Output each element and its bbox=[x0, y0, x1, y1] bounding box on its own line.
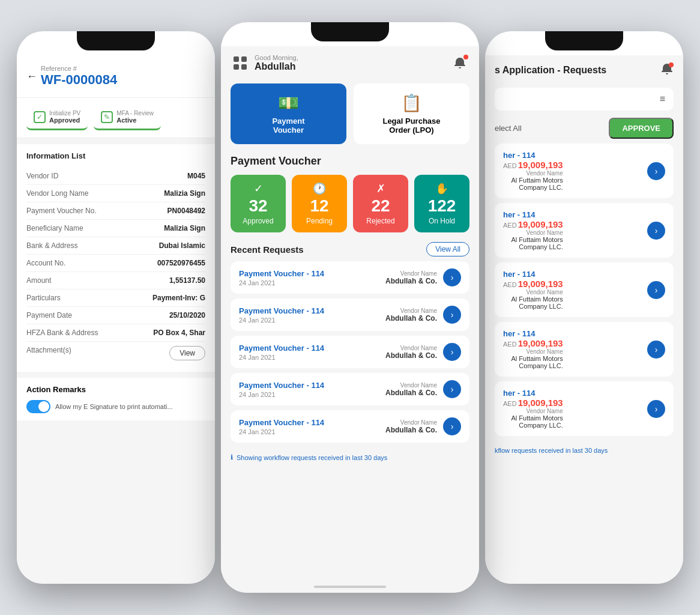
right-vendor-label-1: Vendor Name bbox=[503, 170, 563, 177]
chevron-right-icon-1[interactable]: › bbox=[443, 268, 461, 286]
info-key: Particulars bbox=[26, 294, 61, 302]
status-tabs: ✓ Initialize PV Approved ✎ MFA - Review … bbox=[17, 98, 215, 138]
stat-onhold[interactable]: ✋ 122 On Hold bbox=[414, 175, 469, 232]
info-row-payment-date: Payment Date 25/10/2020 bbox=[26, 307, 205, 324]
right-chevron-2[interactable]: › bbox=[647, 222, 665, 240]
svg-rect-2 bbox=[234, 64, 239, 70]
e-signature-toggle[interactable] bbox=[26, 400, 50, 413]
request-date-3: 24 Jan 2021 bbox=[239, 354, 324, 361]
right-chevron-1[interactable]: › bbox=[647, 162, 665, 180]
info-row-beneficiary: Beneficiary Name Malizia Sign bbox=[26, 220, 205, 237]
lpo-icon: 📋 bbox=[401, 93, 422, 113]
right-item-amount-3: AED19,009,193 bbox=[503, 279, 563, 289]
stat-pending[interactable]: 🕐 12 Pending bbox=[292, 175, 347, 232]
stat-rejected[interactable]: ✗ 22 Rejected bbox=[353, 175, 408, 232]
stat-approved[interactable]: ✓ 32 Approved bbox=[231, 175, 286, 232]
request-date-1: 24 Jan 2021 bbox=[239, 279, 324, 286]
check-icon: ✓ bbox=[34, 111, 46, 123]
vendor-label-4: Vendor Name bbox=[385, 382, 437, 389]
info-val: Dubai Islamic bbox=[159, 241, 205, 250]
right-item-name-4: her - 114 bbox=[503, 329, 563, 338]
request-list: Payment Voucher - 114 24 Jan 2021 Vendor… bbox=[221, 261, 479, 443]
toggle-label: Allow my E Signature to print automati..… bbox=[55, 403, 173, 410]
right-vendor-label-5: Vendor Name bbox=[503, 408, 563, 414]
back-arrow-icon: ← bbox=[26, 70, 37, 83]
svg-rect-3 bbox=[241, 64, 247, 70]
tab-approved[interactable]: ✓ Initialize PV Approved bbox=[26, 105, 88, 130]
right-vendor-name-2: Al Futtaim MotorsCompany LLC. bbox=[503, 236, 563, 250]
view-button[interactable]: View bbox=[169, 346, 205, 360]
info-val: Payment-Inv: G bbox=[152, 294, 205, 302]
tab2-mainlabel: Active bbox=[116, 117, 154, 124]
right-notification-bell[interactable] bbox=[660, 62, 674, 78]
scroll-indicator bbox=[314, 586, 386, 588]
left-phone: ← Reference # WF-0000084 ✓ Initialize PV… bbox=[17, 31, 215, 584]
right-chevron-4[interactable]: › bbox=[647, 341, 665, 359]
info-val: 1,55137.50 bbox=[169, 276, 205, 285]
tab-active[interactable]: ✎ MFA - Review Active bbox=[94, 105, 161, 130]
right-vendor-name-5: Al Futtaim MotorsCompany LLC. bbox=[503, 414, 563, 429]
right-item-name-3: her - 114 bbox=[503, 270, 563, 279]
info-val: 25/10/2020 bbox=[169, 311, 205, 320]
right-vendor-name-4: Al Futtaim MotorsCompany LLC. bbox=[503, 355, 563, 369]
pending-icon: 🕐 bbox=[313, 182, 326, 195]
request-item-2[interactable]: Payment Voucher - 114 24 Jan 2021 Vendor… bbox=[231, 298, 469, 331]
chevron-right-icon-2[interactable]: › bbox=[443, 306, 461, 324]
center-header: Good Morning, Abdullah bbox=[221, 46, 479, 77]
aed-label-1: AED bbox=[503, 162, 517, 169]
info-key: Payment Date bbox=[26, 311, 72, 320]
onhold-icon: ✋ bbox=[435, 182, 448, 195]
info-title: Information List bbox=[26, 151, 205, 160]
info-row-hfza: HFZA Bank & Address PO Box 4, Shar bbox=[26, 324, 205, 342]
back-button[interactable]: ← Reference # WF-0000084 bbox=[26, 65, 205, 88]
chevron-right-icon-3[interactable]: › bbox=[443, 343, 461, 361]
request-item-1[interactable]: Payment Voucher - 114 24 Jan 2021 Vendor… bbox=[231, 261, 469, 294]
app-grid-icon[interactable] bbox=[231, 53, 250, 73]
view-all-button[interactable]: View All bbox=[426, 242, 469, 256]
notification-bell[interactable] bbox=[450, 53, 469, 73]
right-list: her - 114 AED19,009,193 Vendor Name Al F… bbox=[485, 144, 683, 436]
info-row-bank: Bank & Address Dubai Islamic bbox=[26, 237, 205, 255]
right-chevron-5[interactable]: › bbox=[647, 400, 665, 418]
left-header: ← Reference # WF-0000084 bbox=[17, 55, 215, 98]
approved-label: Approved bbox=[243, 217, 273, 225]
vendor-name-3: Abdullah & Co. bbox=[385, 351, 437, 360]
select-all-label[interactable]: elect All bbox=[495, 124, 522, 133]
vendor-name-4: Abdullah & Co. bbox=[385, 389, 437, 397]
request-item-4[interactable]: Payment Voucher - 114 24 Jan 2021 Vendor… bbox=[231, 373, 469, 405]
center-phone: Good Morning, Abdullah 💵 PaymentVoucher bbox=[221, 22, 479, 593]
right-chevron-3[interactable]: › bbox=[647, 281, 665, 299]
vendor-label-3: Vendor Name bbox=[385, 345, 437, 351]
right-item-1[interactable]: her - 114 AED19,009,193 Vendor Name Al F… bbox=[495, 144, 674, 198]
request-date-2: 24 Jan 2021 bbox=[239, 317, 324, 324]
filter-icon[interactable]: ≡ bbox=[660, 94, 665, 105]
recent-header: Recent Requests View All bbox=[221, 240, 479, 261]
search-bar[interactable]: ≡ bbox=[495, 88, 674, 111]
right-header: s Application - Requests bbox=[485, 55, 683, 83]
info-key: Payment Voucher No. bbox=[26, 207, 97, 215]
vendor-name-5: Abdullah & Co. bbox=[385, 426, 437, 434]
request-item-3[interactable]: Payment Voucher - 114 24 Jan 2021 Vendor… bbox=[231, 336, 469, 368]
payment-voucher-card[interactable]: 💵 PaymentVoucher bbox=[231, 83, 346, 144]
right-item-3[interactable]: her - 114 AED19,009,193 Vendor Name Al F… bbox=[495, 262, 674, 317]
right-item-5[interactable]: her - 114 AED19,009,193 Vendor Name Al F… bbox=[495, 381, 674, 436]
info-key: Vendor ID bbox=[26, 172, 58, 180]
request-item-5[interactable]: Payment Voucher - 114 24 Jan 2021 Vendor… bbox=[231, 410, 469, 443]
right-item-2[interactable]: her - 114 AED19,009,193 Vendor Name Al F… bbox=[495, 203, 674, 258]
chevron-right-icon-5[interactable]: › bbox=[443, 417, 461, 435]
vendor-name-2: Abdullah & Co. bbox=[385, 314, 437, 323]
right-item-4[interactable]: her - 114 AED19,009,193 Vendor Name Al F… bbox=[495, 322, 674, 377]
rejected-icon: ✗ bbox=[376, 182, 385, 195]
lpo-card[interactable]: 📋 Legal PurchaseOrder (LPO) bbox=[354, 83, 469, 144]
stat-cards: ✓ 32 Approved 🕐 12 Pending ✗ 22 Rejected… bbox=[221, 175, 479, 240]
info-row-account: Account No. 007520976455 bbox=[26, 255, 205, 272]
right-title: s Application - Requests bbox=[495, 65, 606, 76]
info-key: Vendor Long Name bbox=[26, 189, 88, 198]
action-section: Action Remarks Allow my E Signature to p… bbox=[17, 378, 215, 420]
info-val: PN0048492 bbox=[167, 207, 205, 215]
payment-voucher-label: PaymentVoucher bbox=[272, 117, 304, 135]
approved-number: 32 bbox=[249, 198, 267, 214]
chevron-right-icon-4[interactable]: › bbox=[443, 380, 461, 398]
approve-button[interactable]: APPROVE bbox=[609, 118, 674, 139]
module-cards: 💵 PaymentVoucher 📋 Legal PurchaseOrder (… bbox=[221, 77, 479, 150]
